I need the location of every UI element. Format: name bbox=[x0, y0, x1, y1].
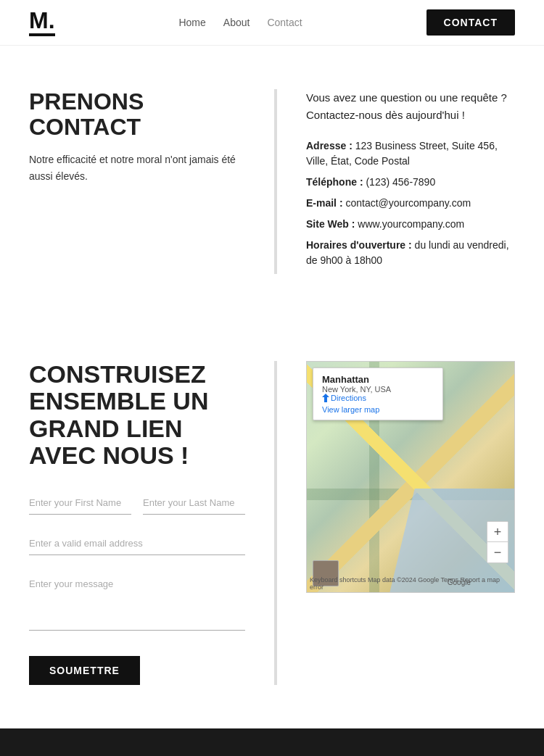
contact-info-left: PRENONS CONTACT Notre efficacité et notr… bbox=[29, 89, 276, 274]
contact-form: SOUMETTRE bbox=[29, 491, 245, 685]
map-zoom-controls: + − bbox=[487, 521, 508, 563]
map-info-box: Manhattan New York, NY, USA Directions V… bbox=[313, 367, 443, 420]
website-label: Site Web : bbox=[306, 218, 355, 230]
zoom-out-button[interactable]: − bbox=[487, 542, 508, 562]
map-directions-link[interactable]: Directions bbox=[322, 394, 391, 402]
map-place-name: Manhattan bbox=[322, 374, 391, 385]
first-name-input[interactable] bbox=[29, 491, 131, 515]
footer: M. ADRESSE 123 Business Street, Suite 45… bbox=[0, 728, 544, 756]
zoom-in-button[interactable]: + bbox=[487, 522, 508, 542]
email-input[interactable] bbox=[29, 532, 245, 555]
first-name-group bbox=[29, 491, 131, 515]
main-nav: Home About Contact bbox=[178, 17, 302, 28]
address-label: Adresse : bbox=[306, 140, 353, 151]
contact-info-section: PRENONS CONTACT Notre efficacité et notr… bbox=[0, 46, 544, 317]
map-right: Manhattan New York, NY, USA Directions V… bbox=[277, 361, 515, 685]
email-group bbox=[29, 532, 245, 555]
email-value: contact@yourcompany.com bbox=[345, 197, 471, 209]
name-row bbox=[29, 491, 245, 515]
contact-button[interactable]: CONTACT bbox=[426, 9, 515, 36]
nav-about[interactable]: About bbox=[223, 17, 250, 28]
form-map-section: CONSTRUISEZ ENSEMBLE UN GRAND LIEN AVEC … bbox=[0, 317, 544, 728]
message-textarea[interactable] bbox=[29, 573, 245, 631]
phone-row: Téléphone : (123) 456-7890 bbox=[306, 175, 515, 190]
hours-label: Horaires d'ouverture : bbox=[306, 239, 412, 251]
map-attribution: Keyboard shortcuts Map data ©2024 Google… bbox=[310, 576, 514, 591]
submit-button[interactable]: SOUMETTRE bbox=[29, 656, 140, 685]
message-group bbox=[29, 573, 245, 633]
contact-info-right: Vous avez une question ou une requête ? … bbox=[277, 89, 515, 274]
map-place-location: New York, NY, USA bbox=[322, 385, 391, 394]
map-container[interactable]: Manhattan New York, NY, USA Directions V… bbox=[306, 361, 515, 593]
directions-icon bbox=[322, 394, 329, 402]
header: M. Home About Contact CONTACT bbox=[0, 0, 544, 46]
last-name-input[interactable] bbox=[143, 491, 245, 515]
address-row: Adresse : 123 Business Street, Suite 456… bbox=[306, 138, 515, 169]
email-row: E-mail : contact@yourcompany.com bbox=[306, 196, 515, 211]
phone-value: (123) 456-7890 bbox=[366, 176, 435, 188]
prenons-title: PRENONS CONTACT bbox=[29, 89, 245, 140]
email-label: E-mail : bbox=[306, 197, 343, 209]
website-row: Site Web : www.yourcompany.com bbox=[306, 217, 515, 232]
construisez-title: CONSTRUISEZ ENSEMBLE UN GRAND LIEN AVEC … bbox=[29, 361, 245, 470]
nav-contact[interactable]: Contact bbox=[267, 17, 302, 28]
logo: M. bbox=[29, 9, 55, 36]
last-name-group bbox=[143, 491, 245, 515]
map-info-text: Manhattan New York, NY, USA Directions V… bbox=[322, 374, 391, 414]
website-value: www.yourcompany.com bbox=[358, 218, 464, 230]
intro-text: Vous avez une question ou une requête ? … bbox=[306, 89, 515, 124]
nav-home[interactable]: Home bbox=[178, 17, 205, 28]
hours-row: Horaires d'ouverture : du lundi au vendr… bbox=[306, 238, 515, 268]
view-larger-map-link[interactable]: View larger map bbox=[322, 405, 391, 414]
prenons-description: Notre efficacité et notre moral n'ont ja… bbox=[29, 151, 245, 184]
form-left: CONSTRUISEZ ENSEMBLE UN GRAND LIEN AVEC … bbox=[29, 361, 276, 685]
phone-label: Téléphone : bbox=[306, 176, 363, 188]
